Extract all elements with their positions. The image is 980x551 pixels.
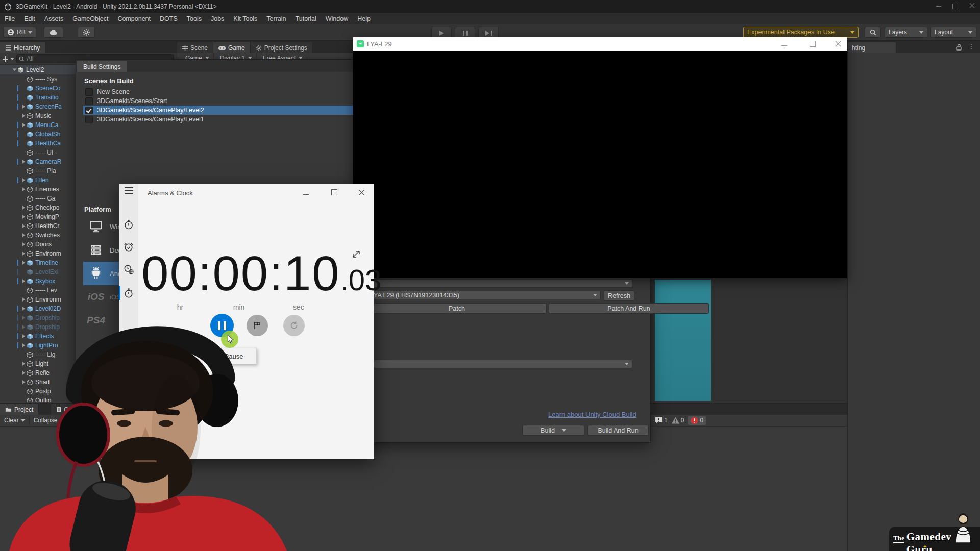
prefab-override-mark bbox=[17, 94, 18, 101]
console-error-badge[interactable]: 0 bbox=[688, 416, 706, 425]
cube-icon bbox=[27, 149, 33, 156]
hierarchy-item-label: HealthCr bbox=[35, 222, 59, 230]
hierarchy-tab-label: Hierarchy bbox=[14, 44, 40, 52]
build-and-run-button[interactable]: Build And Run bbox=[587, 425, 649, 436]
lock-icon[interactable] bbox=[956, 44, 962, 51]
close-icon[interactable] bbox=[835, 41, 841, 47]
console-message-badge[interactable]: 1 bbox=[655, 417, 668, 424]
menu-kit-tools[interactable]: Kit Tools bbox=[229, 15, 262, 22]
unity-cloud-build-link[interactable]: Learn about Unity Cloud Build bbox=[548, 411, 636, 418]
world-clock-icon[interactable] bbox=[124, 264, 134, 274]
menu-dots[interactable]: DOTS bbox=[155, 15, 182, 22]
hierarchy-item-label: MovingP bbox=[35, 213, 59, 220]
console-warning-badge[interactable]: 0 bbox=[672, 417, 684, 424]
menu-component[interactable]: Component bbox=[113, 15, 155, 22]
cube-icon bbox=[27, 131, 33, 138]
cube-icon bbox=[27, 76, 33, 83]
windows-icon bbox=[88, 219, 104, 234]
scene-checkbox[interactable] bbox=[85, 88, 93, 96]
stopwatch-icon[interactable] bbox=[124, 288, 134, 298]
alarm-icon[interactable] bbox=[124, 242, 134, 252]
hierarchy-item-label: Enemies bbox=[35, 186, 59, 193]
unity-logo-icon bbox=[4, 3, 12, 11]
cube-icon bbox=[27, 140, 33, 147]
hierarchy-item-label: LevelExi bbox=[35, 268, 58, 276]
minimize-icon[interactable] bbox=[303, 189, 309, 196]
menu-edit[interactable]: Edit bbox=[19, 15, 40, 22]
chevron-down-icon bbox=[28, 31, 32, 34]
timer-icon[interactable] bbox=[124, 219, 134, 230]
cube-icon bbox=[27, 223, 33, 230]
tab-hierarchy[interactable]: Hierarchy bbox=[0, 42, 45, 53]
menu-terrain[interactable]: Terrain bbox=[262, 15, 290, 22]
layout-label: Layout bbox=[935, 29, 953, 36]
menu-gameobject[interactable]: GameObject bbox=[68, 15, 113, 22]
patch-button[interactable]: Patch bbox=[367, 303, 547, 314]
run-device-dropdown[interactable]: LYA L29 (LHS7N19123014335) bbox=[367, 291, 601, 299]
tab-scene[interactable]: Scene bbox=[177, 42, 213, 53]
preferences-button[interactable] bbox=[78, 27, 95, 38]
texture-compression-dropdown[interactable] bbox=[367, 279, 632, 288]
scene-grid-icon bbox=[182, 45, 188, 51]
experimental-packages-button[interactable]: Experimental Packages In Use bbox=[743, 27, 859, 38]
menu-assets[interactable]: Assets bbox=[40, 15, 68, 22]
refresh-button[interactable]: Refresh bbox=[604, 290, 634, 301]
account-button[interactable]: RB bbox=[3, 27, 36, 38]
layout-dropdown[interactable]: Layout bbox=[930, 27, 976, 38]
cube-icon bbox=[27, 168, 33, 174]
hierarchy-item-label: GlobalSh bbox=[35, 131, 60, 138]
hierarchy-item-label: Ellen bbox=[35, 177, 49, 184]
hierarchy-item-label: Level2 bbox=[26, 66, 44, 73]
cube-icon bbox=[27, 205, 33, 211]
cloud-button[interactable] bbox=[44, 27, 63, 38]
kebab-menu-icon[interactable]: ⋮ bbox=[968, 43, 974, 50]
mouth bbox=[134, 460, 157, 462]
add-object-button[interactable] bbox=[3, 56, 8, 62]
build-button[interactable]: Build bbox=[522, 425, 584, 436]
alarms-titlebar[interactable]: Alarms & Clock bbox=[119, 184, 374, 203]
cube-icon bbox=[27, 296, 33, 303]
prefab-override-mark bbox=[17, 140, 18, 146]
hierarchy-item-label: Checkpo bbox=[35, 204, 59, 211]
lighting-panel: hting ⋮ bbox=[847, 41, 980, 551]
unity-window-controls[interactable] bbox=[936, 3, 975, 9]
search-button[interactable] bbox=[865, 27, 881, 38]
android-icon bbox=[88, 266, 104, 281]
menu-tools[interactable]: Tools bbox=[182, 15, 206, 22]
build-settings-title: Build Settings bbox=[83, 63, 120, 70]
menu-help[interactable]: Help bbox=[353, 15, 375, 22]
scene-checkbox[interactable] bbox=[85, 97, 93, 105]
stopwatch-time-main: 00:00:10 bbox=[141, 249, 340, 298]
maximize-icon[interactable] bbox=[810, 41, 816, 48]
hierarchy-item-label: ----- Lev bbox=[35, 287, 57, 294]
chevron-down-icon[interactable] bbox=[10, 58, 14, 60]
watermark-the: The bbox=[893, 534, 904, 543]
build-settings-tab[interactable]: Build Settings bbox=[77, 61, 127, 72]
tab-lighting[interactable]: hting bbox=[848, 42, 896, 53]
tab-game[interactable]: Game bbox=[213, 42, 251, 53]
menu-jobs[interactable]: Jobs bbox=[206, 15, 229, 22]
hierarchy-item-label: ScreenFa bbox=[35, 103, 62, 110]
menu-window[interactable]: Window bbox=[321, 15, 353, 22]
menu-file[interactable]: File bbox=[0, 15, 19, 22]
platform-header: Platform bbox=[84, 206, 111, 213]
scene-checkbox[interactable] bbox=[85, 116, 93, 123]
layers-dropdown[interactable]: Layers bbox=[885, 27, 927, 38]
maximize-icon[interactable] bbox=[331, 189, 337, 197]
device-screen[interactable] bbox=[353, 51, 847, 278]
maximize-icon[interactable] bbox=[952, 4, 958, 9]
minimize-icon[interactable] bbox=[936, 6, 941, 7]
close-icon[interactable] bbox=[358, 189, 365, 196]
profiler-dropdown[interactable] bbox=[367, 360, 632, 368]
hierarchy-item-label: CameraR bbox=[35, 158, 61, 165]
cloud-icon bbox=[50, 30, 58, 35]
device-window-titlebar[interactable]: LYA-L29 bbox=[353, 37, 847, 51]
ios-platform-icon: iOS bbox=[88, 289, 104, 305]
menu-tutorial[interactable]: Tutorial bbox=[291, 15, 321, 22]
scene-checkbox[interactable] bbox=[85, 107, 93, 114]
warning-triangle-icon bbox=[672, 417, 679, 424]
close-icon[interactable] bbox=[969, 3, 975, 8]
tab-project-settings[interactable]: Project Settings bbox=[251, 42, 313, 53]
minimize-icon[interactable] bbox=[781, 40, 787, 47]
patch-and-run-button[interactable]: Patch And Run bbox=[549, 303, 709, 314]
